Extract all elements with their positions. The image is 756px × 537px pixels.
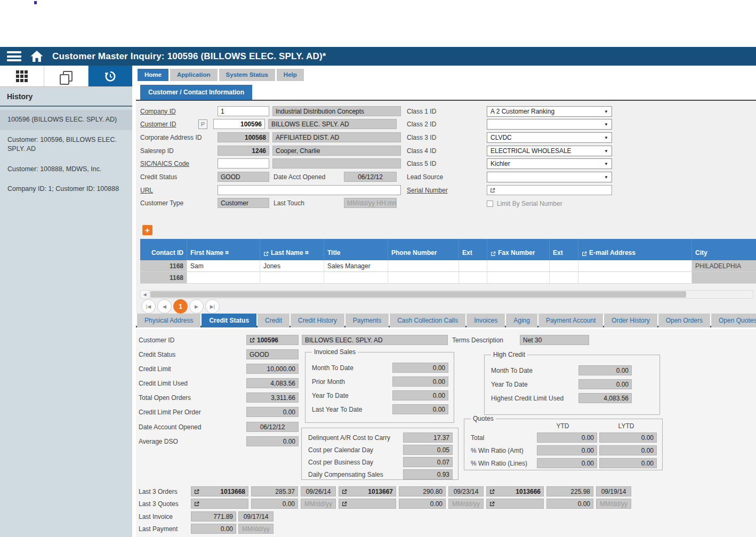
cell-email[interactable]	[578, 272, 692, 283]
tab-application[interactable]: Application	[170, 69, 218, 81]
cell-ext2[interactable]	[550, 272, 578, 283]
column-header-email-address[interactable]: E-mail Address	[578, 239, 692, 260]
cell-title[interactable]	[324, 272, 388, 283]
class5-dropdown[interactable]: Kichler▼	[487, 158, 612, 169]
cell-email[interactable]	[578, 260, 692, 271]
home-icon[interactable]	[30, 50, 44, 62]
add-contact-button[interactable]: +	[142, 225, 152, 235]
class2-dropdown[interactable]: ▼	[487, 119, 612, 130]
cell-first-name[interactable]	[187, 272, 260, 283]
class4-dropdown[interactable]: ELECTRICAL WHOLESALE▼	[487, 146, 612, 156]
table-row[interactable]: 1168 Sam Jones Sales Manager PHILADELPHI…	[140, 260, 756, 272]
tab-open-orders[interactable]: Open Orders	[658, 314, 710, 327]
history-item[interactable]: Customer: 100596, BILLOWS ELEC. SPLY. AD	[0, 130, 132, 159]
first-page-button[interactable]: |◀	[141, 299, 156, 314]
sic-naics-input[interactable]	[218, 158, 269, 169]
tab-payment-account[interactable]: Payment Account	[538, 314, 603, 327]
last-quote-2-date-field: MM/dd/yy	[448, 499, 484, 509]
cell-first-name[interactable]: Sam	[187, 260, 260, 271]
horizontal-scrollbar[interactable]: ◀	[140, 290, 753, 299]
open-in-new-icon	[342, 501, 347, 507]
cell-last-name[interactable]: Jones	[260, 260, 324, 271]
table-row[interactable]: 1168	[140, 272, 756, 284]
tab-credit-status[interactable]: Credit Status	[202, 314, 256, 327]
tab-home[interactable]: Home	[138, 69, 168, 81]
limit-by-serial-checkbox[interactable]	[487, 201, 493, 207]
cell-ext2[interactable]	[550, 260, 578, 271]
history-button[interactable]	[89, 66, 132, 86]
last-page-button[interactable]: ▶|	[205, 299, 220, 314]
tab-open-quotes[interactable]: Open Quotes	[711, 314, 756, 327]
scrollbar-thumb[interactable]	[150, 291, 686, 298]
lead-source-dropdown[interactable]: ▼	[487, 172, 612, 182]
contacts-table: Contact ID First Name ¤ Last Name ¤ Titl…	[140, 239, 756, 284]
class1-dropdown[interactable]: A 2 Customer Ranking▼	[487, 106, 612, 117]
customer-id-p-button[interactable]: P	[198, 119, 207, 129]
tab-invoices[interactable]: Invoices	[467, 314, 505, 327]
cell-last-name[interactable]	[260, 272, 324, 283]
column-header-ext1[interactable]: Ext	[459, 239, 487, 260]
tab-system-status[interactable]: System Status	[219, 69, 275, 81]
company-id-label[interactable]: Company ID	[140, 108, 218, 115]
column-header-fax-number[interactable]: Fax Number	[487, 239, 550, 260]
tab-credit[interactable]: Credit	[258, 314, 289, 327]
last-order-1-id-field[interactable]: 1013668	[191, 486, 248, 496]
tab-customer-contact-information[interactable]: Customer / Contact Information	[140, 85, 252, 100]
last-quote-2-amount-field: 0.00	[399, 499, 446, 509]
high-credit-mtd-field: 0.00	[578, 365, 632, 375]
history-item[interactable]: 100596 (BILLOWS ELEC. SPLY. AD)	[0, 110, 132, 130]
cell-fax[interactable]	[487, 260, 550, 271]
tab-credit-history[interactable]: Credit History	[291, 314, 344, 327]
column-header-title[interactable]: Title	[324, 239, 388, 260]
scroll-left-icon[interactable]: ◀	[141, 291, 149, 298]
tab-payments[interactable]: Payments	[345, 314, 389, 327]
cell-ext1[interactable]	[459, 272, 487, 283]
customer-id-input[interactable]	[213, 119, 265, 129]
customer-id-label[interactable]: Customer ID	[140, 121, 198, 128]
column-header-phone-number[interactable]: Phone Number	[388, 239, 459, 260]
company-name-field: Industrial Distribution Concepts	[272, 106, 401, 116]
class3-dropdown[interactable]: CLVDC▼	[487, 132, 612, 143]
column-header-city[interactable]: City	[692, 239, 756, 260]
cell-ext1[interactable]	[459, 260, 487, 271]
company-id-input[interactable]	[218, 106, 269, 116]
credit-limit-used-label: Credit Limit Used	[139, 380, 246, 387]
url-label[interactable]: URL	[140, 187, 218, 194]
cell-title[interactable]: Sales Manager	[324, 260, 388, 271]
history-item[interactable]: Customer: 100888, MDWS, Inc.	[0, 159, 132, 180]
apps-grid-button[interactable]	[0, 66, 44, 86]
last-quote-3-id-field[interactable]	[486, 499, 544, 509]
column-header-first-name[interactable]: First Name ¤	[187, 239, 260, 260]
serial-number-label[interactable]: Serial Number	[407, 187, 487, 194]
cell-phone[interactable]	[388, 260, 459, 271]
column-header-ext2[interactable]: Ext	[550, 239, 578, 260]
prev-page-button[interactable]: ◀	[157, 299, 172, 314]
last-order-3-amount-field: 225.98	[546, 486, 593, 496]
column-header-last-name[interactable]: Last Name ¤	[260, 239, 324, 260]
next-page-button[interactable]: ▶	[189, 299, 204, 314]
tab-order-history[interactable]: Order History	[604, 314, 657, 327]
history-item[interactable]: Company ID: 1; Customer ID: 100888	[0, 179, 132, 199]
last-payment-label: Last Payment	[139, 525, 191, 533]
current-page-button[interactable]: 1	[173, 299, 188, 314]
tab-help[interactable]: Help	[277, 69, 304, 81]
tab-cash-collection-calls[interactable]: Cash Collection Calls	[390, 314, 465, 327]
hamburger-menu-icon[interactable]	[7, 51, 21, 61]
tab-physical-address[interactable]: Physical Address	[137, 314, 200, 327]
sic-naics-label[interactable]: SIC/NAICS Code	[140, 160, 218, 167]
open-windows-button[interactable]	[44, 66, 89, 86]
column-header-contact-id[interactable]: Contact ID	[140, 239, 187, 260]
cost-per-calendar-day-field: 0.05	[403, 445, 453, 455]
last-3-quotes-label: Last 3 Quotes	[139, 500, 191, 508]
last-quote-1-id-field[interactable]	[191, 499, 248, 509]
cell-phone[interactable]	[388, 272, 459, 283]
daily-compensating-sales-field: 0.93	[403, 469, 453, 479]
last-quote-2-id-field[interactable]	[339, 499, 396, 509]
cell-fax[interactable]	[487, 272, 550, 283]
last-order-3-id-field[interactable]: 1013666	[486, 486, 544, 496]
serial-number-input[interactable]	[487, 185, 612, 195]
cost-per-business-day-field: 0.07	[403, 457, 453, 467]
url-input[interactable]	[218, 185, 401, 195]
last-order-2-id-field[interactable]: 1013667	[339, 486, 396, 496]
tab-aging[interactable]: Aging	[506, 314, 537, 327]
